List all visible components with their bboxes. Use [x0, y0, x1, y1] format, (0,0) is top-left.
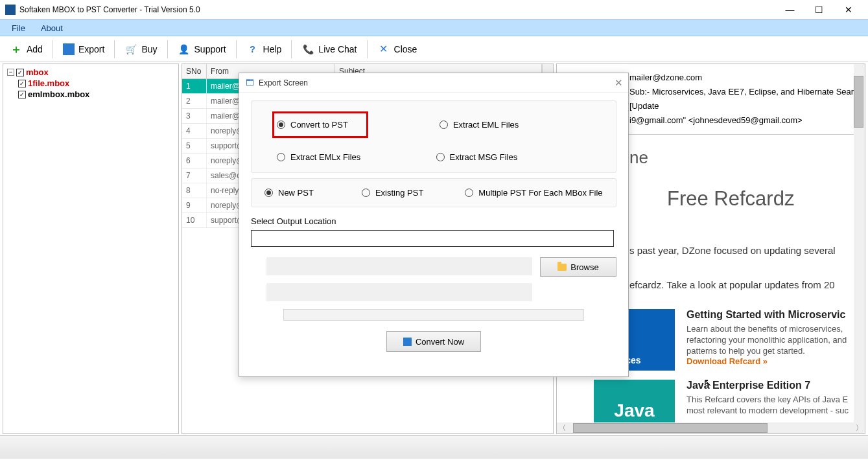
- export-icon: 🗔: [244, 78, 255, 88]
- export-label: Export: [78, 44, 104, 54]
- output-path-input[interactable]: [251, 230, 614, 247]
- close-window-button[interactable]: ✕: [834, 1, 863, 19]
- cart-icon: 🛒: [124, 43, 137, 56]
- format-radio-group: Convert to PST Extract EML Files Extract…: [251, 100, 616, 173]
- preview-hscrollbar[interactable]: 〈 〉: [557, 422, 865, 433]
- maximize-button[interactable]: ☐: [804, 1, 834, 19]
- radio-msg-label: Extract MSG Files: [450, 152, 518, 162]
- intro-line2: efcardz. Take a look at popular updates …: [629, 277, 865, 292]
- app-icon: [5, 5, 16, 15]
- preview-vscrollbar[interactable]: [854, 64, 865, 433]
- menu-about[interactable]: About: [33, 21, 71, 35]
- tree-child-node[interactable]: ✓emlmbox.mbox: [7, 89, 174, 100]
- download-refcard-link[interactable]: Download Refcard »: [686, 356, 847, 366]
- folder-icon: [557, 264, 567, 271]
- tree-child-node[interactable]: ✓1file.mbox: [7, 78, 174, 89]
- radio-extract-eml[interactable]: Extract EML Files: [440, 111, 595, 138]
- tree-checkbox[interactable]: ✓: [16, 69, 24, 76]
- titlebar: Softaken MBOX to PST Converter - Trial V…: [0, 0, 868, 19]
- close-icon: ✕: [377, 43, 390, 56]
- window-title: Softaken MBOX to PST Converter - Trial V…: [19, 5, 775, 14]
- close-label: Close: [394, 44, 417, 54]
- help-label: Help: [263, 44, 282, 54]
- output-location-label: Select Output Location: [251, 216, 616, 226]
- placeholder-box-1: [266, 257, 532, 275]
- tree-child-label: 1file.mbox: [28, 78, 69, 88]
- multi-pst-label: Multiple PST For Each MBox File: [478, 188, 602, 198]
- new-pst-label: New PST: [278, 188, 314, 198]
- menu-file[interactable]: File: [4, 21, 33, 35]
- statusbar: [0, 435, 868, 459]
- menubar: File About: [0, 19, 868, 36]
- tree-root-label: mbox: [26, 67, 49, 77]
- dialog-close-button[interactable]: ✕: [615, 77, 623, 89]
- intro-line1: s past year, DZone focused on updating s…: [629, 243, 865, 258]
- radio-existing-pst[interactable]: Existing PST: [362, 188, 423, 198]
- add-button[interactable]: ＋ Add: [3, 40, 50, 59]
- radio-pst-label: Convert to PST: [290, 120, 348, 130]
- pst-mode-group: New PST Existing PST Multiple PST For Ea…: [251, 178, 616, 207]
- tree-child-label: emlmbox.mbox: [28, 89, 89, 99]
- tree-panel: − ✓ mbox ✓1file.mbox✓emlmbox.mbox: [3, 63, 179, 434]
- radio-eml-label: Extract EML Files: [453, 120, 519, 130]
- fragment-text: ne: [629, 148, 865, 168]
- dialog-title-text: Export Screen: [259, 78, 308, 87]
- radio-extract-msg[interactable]: Extract MSG Files: [436, 152, 596, 162]
- disk-icon: [403, 338, 412, 346]
- dialog-titlebar: 🗔 Export Screen ✕: [239, 73, 628, 93]
- existing-pst-label: Existing PST: [375, 188, 423, 198]
- export-button[interactable]: Export: [56, 40, 111, 58]
- plus-icon: ＋: [10, 43, 23, 56]
- scroll-right-icon[interactable]: 〉: [854, 422, 865, 433]
- support-label: Support: [194, 44, 226, 54]
- progress-bar: [283, 309, 584, 321]
- minimize-button[interactable]: —: [775, 1, 804, 19]
- refcard-1-body: Learn about the benefits of microservice…: [686, 323, 847, 356]
- refcard-1-title: Getting Started with Microservic: [686, 309, 847, 321]
- support-icon: 👤: [178, 43, 191, 56]
- radio-emlx-label: Extract EMLx Files: [290, 152, 360, 162]
- close-button[interactable]: ✕ Close: [370, 40, 425, 59]
- save-icon: [63, 43, 75, 55]
- preview-to: i9@gmail.com" <johnesdeved59@gmail.com>: [629, 113, 863, 128]
- browse-button[interactable]: Browse: [540, 257, 616, 277]
- preview-from: mailer@dzone.com: [629, 71, 863, 85]
- cursor-icon: ↖: [703, 376, 712, 389]
- highlight-box: Convert to PST: [272, 111, 368, 138]
- expand-icon[interactable]: −: [7, 69, 14, 76]
- scroll-left-icon[interactable]: 〈: [557, 422, 568, 433]
- toolbar: ＋ Add Export 🛒 Buy 👤 Support ? Help 📞 Li…: [0, 36, 868, 62]
- help-icon: ?: [246, 43, 259, 56]
- radio-multi-pst[interactable]: Multiple PST For Each MBox File: [465, 188, 602, 198]
- refcard-2-body: This Refcard covers the key APIs of Java…: [686, 394, 849, 416]
- radio-new-pst[interactable]: New PST: [264, 188, 314, 198]
- refcard-item-1: oservices Getting Started with Microserv…: [594, 309, 865, 371]
- placeholder-box-2: [266, 283, 532, 301]
- export-dialog: 🗔 Export Screen ✕ Convert to PST Extract…: [239, 73, 629, 377]
- radio-convert-pst[interactable]: Convert to PST: [277, 120, 348, 130]
- buy-label: Buy: [141, 44, 157, 54]
- add-label: Add: [27, 44, 43, 54]
- col-sno[interactable]: SNo: [182, 64, 207, 78]
- browse-label: Browse: [570, 262, 598, 272]
- refcardz-title: Free Refcardz: [667, 187, 865, 211]
- help-button[interactable]: ? Help: [239, 40, 289, 59]
- live-chat-button[interactable]: 📞 Live Chat: [294, 40, 364, 59]
- radio-extract-emlx[interactable]: Extract EMLx Files: [277, 152, 436, 162]
- tree-checkbox[interactable]: ✓: [18, 91, 26, 98]
- support-button[interactable]: 👤 Support: [170, 40, 233, 59]
- preview-subject: Sub:- Microservices, Java EE7, Eclipse, …: [629, 85, 863, 113]
- tree-root-node[interactable]: − ✓ mbox: [7, 67, 174, 78]
- buy-button[interactable]: 🛒 Buy: [117, 40, 164, 59]
- live-chat-label: Live Chat: [318, 44, 357, 54]
- tree-checkbox[interactable]: ✓: [18, 80, 26, 87]
- convert-label: Convert Now: [416, 337, 464, 347]
- phone-icon: 📞: [301, 43, 314, 56]
- convert-now-button[interactable]: Convert Now: [386, 331, 481, 352]
